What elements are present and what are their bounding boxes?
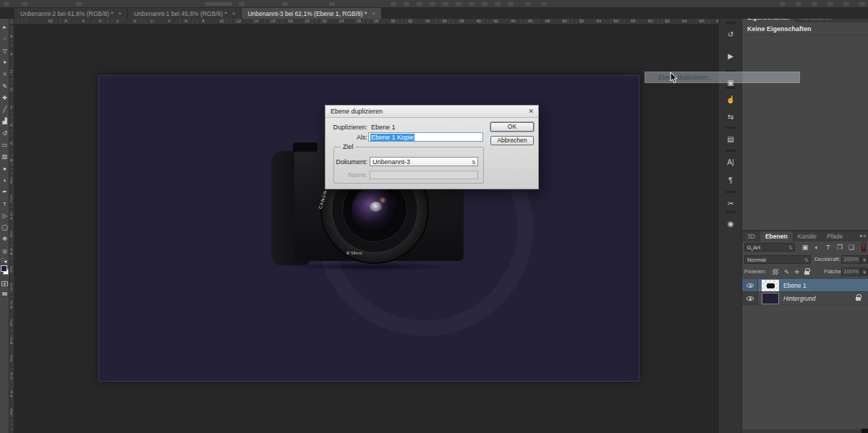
layer-thumbnail[interactable] xyxy=(762,293,779,304)
pen-tool[interactable]: ✒ xyxy=(0,187,9,197)
actions-panel-icon[interactable]: ▶ xyxy=(719,49,742,64)
brush-tool[interactable]: ╱ xyxy=(0,105,9,115)
options-icon xyxy=(76,2,82,6)
ruler-label: 6 xyxy=(185,19,187,23)
ruler-label: 12 xyxy=(10,194,14,202)
screen-mode-icon[interactable] xyxy=(1,291,8,296)
visibility-cell[interactable] xyxy=(742,279,758,292)
blur-tool[interactable]: ● xyxy=(0,164,9,174)
lock-pixels-icon[interactable]: ✎ xyxy=(782,268,791,276)
healing-brush-tool[interactable]: ✚ xyxy=(0,93,9,103)
adjustments-panel-icon[interactable]: ⇆ xyxy=(719,110,742,124)
tab-kanaele[interactable]: Kanäle xyxy=(793,231,822,241)
hand-tool[interactable]: ✥ xyxy=(0,234,9,244)
vertical-ruler: 642024681012141618202224262830323436 xyxy=(9,25,14,433)
as-label: Als: xyxy=(328,134,367,141)
ruler-label: 0 xyxy=(134,19,136,23)
fill-value[interactable]: 100% xyxy=(841,267,861,276)
tab-3d[interactable]: 3D xyxy=(742,231,760,241)
filter-shape-layers-icon[interactable]: ❐ xyxy=(835,243,845,252)
eye-icon[interactable] xyxy=(746,283,754,288)
opacity-dropdown-icon[interactable]: ▼ xyxy=(861,255,868,264)
filter-type-layers-icon[interactable]: T xyxy=(823,243,833,252)
panel-group-grip xyxy=(726,87,736,89)
menu-item-duplicate-layer[interactable]: Ebene duplizieren... xyxy=(644,72,800,83)
gesture-panel-icon[interactable]: ☝ xyxy=(719,93,742,107)
layer-thumbnail[interactable] xyxy=(762,280,779,291)
ruler-label: 62 xyxy=(665,19,670,23)
cancel-button[interactable]: Abbrechen xyxy=(490,136,534,145)
ok-button[interactable]: OK xyxy=(490,122,534,132)
close-icon[interactable]: × xyxy=(372,10,375,17)
type-tool[interactable]: T xyxy=(0,200,9,210)
close-icon[interactable]: × xyxy=(232,10,236,17)
opacity-value[interactable]: 100% xyxy=(841,255,861,264)
filter-adjustment-layers-icon[interactable]: ◐ xyxy=(812,243,822,252)
lock-all-icon[interactable] xyxy=(804,271,809,275)
marquee-tool[interactable]: ▫ xyxy=(0,34,9,44)
clone-stamp-tool[interactable]: ▟ xyxy=(0,116,9,127)
blend-mode-select[interactable]: Normal⇅ xyxy=(744,255,811,264)
path-select-tool[interactable]: ▷ xyxy=(0,211,9,221)
move-tool[interactable]: ▸ xyxy=(0,22,9,33)
camera-shadow xyxy=(284,262,455,271)
crop-tool[interactable]: ⌗ xyxy=(0,69,9,80)
ruler-label: 2 xyxy=(150,19,153,23)
options-icon xyxy=(205,2,232,6)
tab-pfade[interactable]: Pfade xyxy=(822,231,848,241)
lock-icon xyxy=(856,297,861,301)
lock-transparency-icon[interactable] xyxy=(773,269,778,275)
fill-dropdown-icon[interactable]: ▼ xyxy=(861,267,868,276)
fill-label: Fläche: xyxy=(824,268,843,275)
document-tab-3[interactable]: Unbenannt-3 bei 62,1% (Ebene 1, RGB/8) *… xyxy=(242,8,382,19)
tab-ebenen[interactable]: Ebenen xyxy=(760,231,793,241)
stepper-icon: ⇅ xyxy=(472,158,476,166)
dialog-titlebar[interactable]: Ebene duplizieren xyxy=(326,106,538,118)
history-panel-icon[interactable]: ↺ xyxy=(719,27,742,42)
options-icon xyxy=(4,2,9,6)
layer-row-hintergrund[interactable]: Hintergrund xyxy=(742,292,868,305)
selected-text: Ebene 1 Kopie xyxy=(370,134,414,141)
layer-filter-toggle[interactable] xyxy=(861,243,866,252)
document-tab-1[interactable]: Unbenannt-2 bei 61,6% (RGB/8) *× xyxy=(14,8,128,19)
visibility-cell[interactable] xyxy=(742,292,758,305)
quick-mask-icon[interactable] xyxy=(1,281,8,286)
document-tab-2[interactable]: Unbenannt-1 bei 45,8% (RGB/8) *× xyxy=(128,8,242,19)
horizontal-ruler: 1086420246810121416182022242628303234363… xyxy=(9,19,718,25)
document-select[interactable]: Unbenannt-3⇅ xyxy=(370,157,478,166)
filter-smart-objects-icon[interactable]: ❏ xyxy=(846,243,856,252)
ruler-label: 4 xyxy=(10,124,14,128)
tool-presets-panel-icon[interactable]: ✂ xyxy=(719,197,742,211)
ruler-label: 6 xyxy=(82,19,84,23)
name-input[interactable] xyxy=(370,171,478,179)
close-icon[interactable]: ✕ xyxy=(528,108,534,115)
eye-icon[interactable] xyxy=(746,296,754,301)
as-input[interactable]: Ebene 1 Kopie xyxy=(368,132,483,142)
clone-source-panel-icon[interactable]: ▤ xyxy=(719,132,742,147)
dodge-tool[interactable]: ◖ xyxy=(0,176,9,186)
panel-menu-icon[interactable]: ▾≡ xyxy=(859,233,867,239)
lock-position-icon[interactable]: ✛ xyxy=(792,268,801,276)
zoom-tool[interactable]: ◎ xyxy=(0,246,9,257)
character-panel-icon[interactable]: A| xyxy=(719,155,742,170)
magic-wand-tool[interactable]: ✦ xyxy=(0,58,9,68)
layer-filter-select[interactable]: Art⇅ xyxy=(744,243,795,252)
duplicate-value: Ebene 1 xyxy=(371,124,396,131)
default-colors-icon-bg[interactable] xyxy=(4,260,7,263)
gradient-tool[interactable]: ▨ xyxy=(0,152,9,162)
panel-group-grip xyxy=(726,150,736,152)
paragraph-panel-icon[interactable]: ¶ xyxy=(719,173,742,188)
ruler-label: 18 xyxy=(10,248,14,256)
eraser-tool[interactable]: ▭ xyxy=(0,140,9,150)
history-brush-tool[interactable]: ↺ xyxy=(0,129,9,139)
eyedropper-tool[interactable]: ✎ xyxy=(0,82,9,92)
foreground-color-swatch[interactable] xyxy=(1,265,7,272)
lasso-tool[interactable]: ▽ xyxy=(0,46,9,56)
filter-pixel-layers-icon[interactable]: ▣ xyxy=(800,243,810,252)
layer-row-ebene-1[interactable]: Ebene 1 xyxy=(742,279,868,292)
options-icon xyxy=(827,2,833,6)
libraries-panel-icon[interactable]: ◉ xyxy=(719,217,742,231)
ruler-label: 48 xyxy=(545,19,550,23)
shape-tool[interactable]: ◯ xyxy=(0,223,9,233)
close-icon[interactable]: × xyxy=(119,10,122,17)
